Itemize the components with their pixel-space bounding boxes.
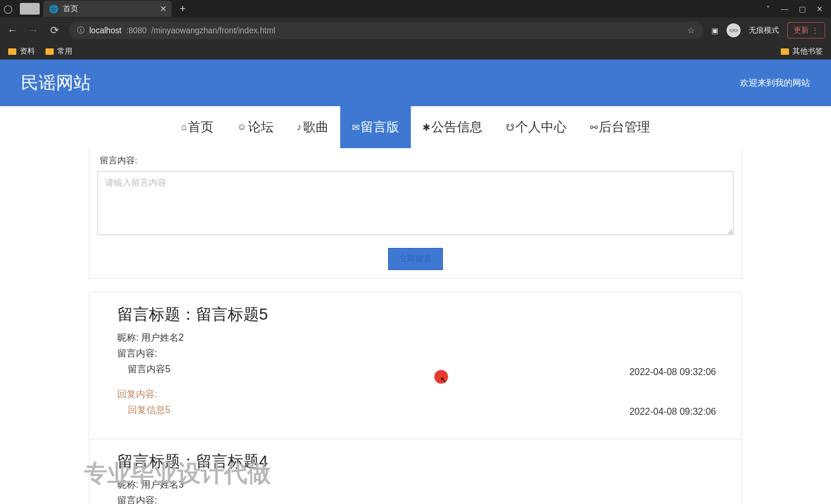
reload-button[interactable]: ⟳ xyxy=(48,24,61,37)
nav-notice[interactable]: ✱公告信息 xyxy=(411,106,494,148)
browser-tab[interactable]: 🌐 首页 ✕ xyxy=(43,1,172,17)
content-label-line: 留言内容: xyxy=(117,348,714,360)
back-button[interactable]: ← xyxy=(6,24,19,37)
nav-songs[interactable]: ♪歌曲 xyxy=(285,106,340,148)
message-title: 留言标题：留言标题5 xyxy=(117,304,714,325)
update-button[interactable]: 更新 ⋮ xyxy=(787,22,825,38)
tab-title: 首页 xyxy=(63,4,78,14)
content-value: 留言内容5 xyxy=(128,363,714,376)
tab-left-icon[interactable]: ◯ xyxy=(0,1,16,17)
message-item: 留言标题：留言标题5 昵称: 用户姓名2 留言内容: 留言内容5 2022-04… xyxy=(89,292,742,439)
folder-icon xyxy=(8,48,16,55)
tab-bar: ◯ 🌐 首页 ✕ + ˅ — ▢ ✕ xyxy=(0,0,831,18)
bookmark-bar: 资料 常用 其他书签 xyxy=(0,43,831,60)
address-bar: ← → ⟳ ⓘ localhost:8080/minyaowangzhan/fr… xyxy=(0,18,831,43)
message-title: 留言标题：留言标题4 xyxy=(117,451,714,472)
music-icon: ♪ xyxy=(297,122,302,132)
message-textarea[interactable] xyxy=(97,171,734,235)
forward-button[interactable]: → xyxy=(27,24,40,37)
nav-home[interactable]: ⌂首页 xyxy=(169,106,225,148)
info-icon[interactable]: ⓘ xyxy=(77,25,85,36)
bookmark-ziliao[interactable]: 资料 xyxy=(8,46,35,57)
home-icon: ⌂ xyxy=(181,122,187,132)
message-item: 留言标题：留言标题4 昵称: 用户姓名3 留言内容: 留言内容4 xyxy=(89,439,742,504)
link-icon: ⚯ xyxy=(590,122,598,133)
nav-admin[interactable]: ⚯后台管理 xyxy=(578,106,662,148)
content-label: 留言内容: xyxy=(100,155,734,166)
site-header: 民谣网站 欢迎来到我的网站 xyxy=(0,60,831,106)
reply-time: 2022-04-08 09:32:06 xyxy=(629,407,716,417)
content-time: 2022-04-08 09:32:06 xyxy=(629,367,716,377)
star-icon[interactable]: ☆ xyxy=(687,26,695,35)
bookmark-changyong[interactable]: 常用 xyxy=(46,46,72,57)
message-list: 留言标题：留言标题5 昵称: 用户姓名2 留言内容: 留言内容5 2022-04… xyxy=(89,292,742,504)
forum-icon: ☺ xyxy=(237,122,246,132)
mail-icon: ✉ xyxy=(352,122,359,133)
chevron-down-icon[interactable]: ˅ xyxy=(766,5,770,13)
reply-label: 回复内容: xyxy=(117,388,714,401)
site-welcome: 欢迎来到我的网站 xyxy=(740,78,810,89)
user-icon: ☋ xyxy=(506,122,514,133)
nav-user[interactable]: ☋个人中心 xyxy=(494,106,578,148)
nav-forum[interactable]: ☺论坛 xyxy=(225,106,285,148)
site-title: 民谣网站 xyxy=(21,71,91,95)
folder-icon xyxy=(781,48,789,55)
folder-icon xyxy=(46,48,54,55)
nickname-line: 昵称: 用户姓名3 xyxy=(117,479,714,491)
url-input[interactable]: ⓘ localhost:8080/minyaowangzhan/front/in… xyxy=(69,22,703,39)
nav-board[interactable]: ✉留言版 xyxy=(340,106,411,148)
notice-icon: ✱ xyxy=(423,122,430,133)
url-host: localhost xyxy=(89,26,121,35)
tab-left-square-icon[interactable] xyxy=(20,3,40,15)
url-port: :8080 xyxy=(126,26,146,35)
content-label-line: 留言内容: xyxy=(117,495,714,504)
browser-chrome: ◯ 🌐 首页 ✕ + ˅ — ▢ ✕ ← → ⟳ ⓘ localhost:808… xyxy=(0,0,831,60)
panel-icon[interactable]: ▣ xyxy=(711,26,718,35)
message-form-card: 留言内容: 立即留言 xyxy=(89,148,742,279)
minimize-icon[interactable]: — xyxy=(781,5,788,13)
window-controls: ˅ — ▢ ✕ xyxy=(766,5,831,13)
incognito-icon[interactable]: 👓 xyxy=(727,23,741,37)
maximize-icon[interactable]: ▢ xyxy=(799,5,806,13)
new-tab-button[interactable]: + xyxy=(175,1,190,16)
close-window-icon[interactable]: ✕ xyxy=(816,5,823,13)
main-nav: ⌂首页 ☺论坛 ♪歌曲 ✉留言版 ✱公告信息 ☋个人中心 ⚯后台管理 xyxy=(0,106,831,148)
bookmark-other[interactable]: 其他书签 xyxy=(781,46,823,57)
incognito-label: 无痕模式 xyxy=(749,25,779,36)
submit-button[interactable]: 立即留言 xyxy=(388,248,443,270)
page-viewport: 民谣网站 欢迎来到我的网站 ⌂首页 ☺论坛 ♪歌曲 ✉留言版 ✱公告信息 ☋个人… xyxy=(0,60,831,504)
globe-icon: 🌐 xyxy=(49,5,58,13)
url-path: /minyaowangzhan/front/index.html xyxy=(151,26,275,35)
close-icon[interactable]: ✕ xyxy=(160,4,167,13)
reply-value: 回复信息5 xyxy=(128,404,714,416)
nickname-line: 昵称: 用户姓名2 xyxy=(117,332,714,344)
